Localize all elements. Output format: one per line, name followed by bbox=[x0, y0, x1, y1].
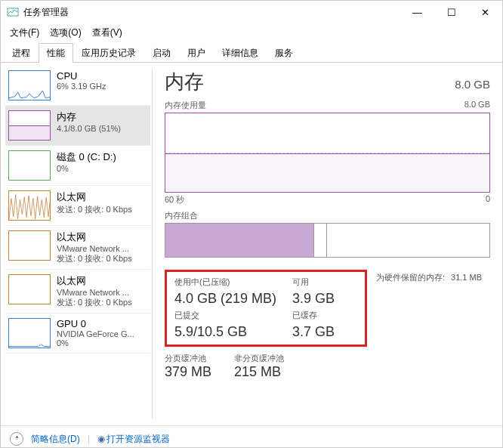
sidebar-item-ethernet-0[interactable]: 以太网发送: 0 接收: 0 Kbps bbox=[5, 186, 150, 226]
tab-services[interactable]: 服务 bbox=[267, 43, 301, 63]
usage-label: 内存使用量 bbox=[165, 100, 206, 111]
composition-label: 内存组合 bbox=[165, 210, 198, 221]
ethernet-thumb-icon bbox=[8, 274, 51, 304]
tab-performance[interactable]: 性能 bbox=[39, 43, 73, 63]
committed-value: 5.9/10.5 GB bbox=[174, 324, 292, 340]
axis-right: 0 bbox=[486, 194, 490, 205]
sidebar-item-memory[interactable]: 内存4.1/8.0 GB (51%) bbox=[5, 106, 150, 146]
titlebar: 任务管理器 — ☐ ✕ bbox=[1, 1, 502, 23]
hardware-reserved: 为硬件保留的内存:31.1 MB bbox=[376, 270, 482, 347]
in-use-label: 使用中(已压缩) bbox=[174, 277, 292, 288]
sidebar[interactable]: CPU6% 3.19 GHz 内存4.1/8.0 GB (51%) 磁盘 0 (… bbox=[1, 63, 152, 425]
menu-view[interactable]: 查看(V) bbox=[88, 25, 127, 41]
usage-max: 8.0 GB bbox=[464, 100, 490, 111]
minimize-button[interactable]: — bbox=[400, 1, 434, 23]
cached-value: 3.7 GB bbox=[292, 324, 357, 340]
taskmgr-icon bbox=[7, 6, 19, 18]
menubar: 文件(F) 选项(O) 查看(V) bbox=[1, 23, 502, 42]
committed-label: 已提交 bbox=[174, 310, 292, 321]
maximize-button[interactable]: ☐ bbox=[434, 1, 468, 23]
tabs: 进程 性能 应用历史记录 启动 用户 详细信息 服务 bbox=[1, 42, 502, 63]
menu-file[interactable]: 文件(F) bbox=[5, 25, 44, 41]
fewer-details-link[interactable]: 简略信息(D) bbox=[31, 433, 80, 446]
gpu-thumb-icon bbox=[8, 318, 51, 348]
memory-capacity: 8.0 GB bbox=[455, 78, 490, 91]
main-panel: 内存 8.0 GB 内存使用量 8.0 GB 60 秒 0 内存组合 使用中(已… bbox=[153, 63, 502, 425]
chevron-up-icon[interactable]: ˄ bbox=[10, 432, 23, 446]
ethernet-thumb-icon bbox=[8, 230, 51, 261]
monitor-icon: ◉ bbox=[97, 434, 105, 444]
cpu-thumb-icon bbox=[8, 70, 51, 100]
sidebar-item-ethernet-2[interactable]: 以太网VMware Network ...发送: 0 接收: 0 Kbps bbox=[5, 270, 150, 314]
available-label: 可用 bbox=[292, 277, 357, 288]
sidebar-item-gpu[interactable]: GPU 0NVIDIA GeForce G...0% bbox=[5, 314, 150, 354]
memory-thumb-icon bbox=[8, 110, 51, 141]
ethernet-thumb-icon bbox=[8, 190, 51, 221]
sidebar-item-disk[interactable]: 磁盘 0 (C: D:)0% bbox=[5, 146, 150, 186]
window-title: 任务管理器 bbox=[23, 6, 400, 19]
paged-pool-label: 分页缓冲池 bbox=[165, 353, 211, 364]
resource-monitor-link[interactable]: ◉打开资源监视器 bbox=[97, 433, 170, 446]
paged-pool-value: 379 MB bbox=[165, 364, 211, 380]
page-title: 内存 bbox=[165, 69, 204, 95]
tab-users[interactable]: 用户 bbox=[179, 43, 214, 63]
disk-thumb-icon bbox=[8, 150, 51, 181]
in-use-value: 4.0 GB (219 MB) bbox=[174, 291, 292, 307]
tab-details[interactable]: 详细信息 bbox=[214, 43, 267, 63]
nonpaged-pool-label: 非分页缓冲池 bbox=[234, 353, 284, 364]
stats-highlight-box: 使用中(已压缩) 可用 4.0 GB (219 MB) 3.9 GB 已提交 已… bbox=[165, 270, 367, 347]
tab-startup[interactable]: 启动 bbox=[144, 43, 179, 63]
sidebar-item-cpu[interactable]: CPU6% 3.19 GHz bbox=[5, 66, 150, 106]
memory-composition-chart bbox=[165, 223, 490, 258]
cached-label: 已缓存 bbox=[292, 310, 357, 321]
close-button[interactable]: ✕ bbox=[468, 1, 502, 23]
available-value: 3.9 GB bbox=[292, 291, 357, 307]
nonpaged-pool-value: 215 MB bbox=[234, 364, 284, 380]
footer: ˄ 简略信息(D) | ◉打开资源监视器 bbox=[1, 425, 502, 448]
menu-options[interactable]: 选项(O) bbox=[45, 25, 85, 41]
sidebar-item-ethernet-1[interactable]: 以太网VMware Network ...发送: 0 接收: 0 Kbps bbox=[5, 226, 150, 270]
tab-app-history[interactable]: 应用历史记录 bbox=[73, 43, 144, 63]
tab-processes[interactable]: 进程 bbox=[4, 43, 39, 63]
memory-usage-chart bbox=[165, 113, 490, 193]
axis-left: 60 秒 bbox=[165, 194, 184, 205]
